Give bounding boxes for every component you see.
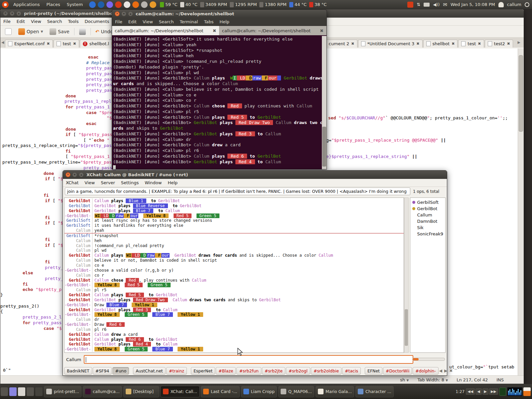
- firefox-launcher-icon[interactable]: [89, 1, 96, 8]
- terminal-tab[interactable]: callum@callum: ~/Development/shellbot✖: [112, 26, 219, 35]
- network-monitor-icon[interactable]: ⇅: [417, 2, 420, 7]
- taskbar-item[interactable]: XChat: Call...: [161, 386, 200, 397]
- user-list-item[interactable]: Sik: [411, 224, 445, 231]
- new-document-button[interactable]: [3, 27, 14, 36]
- terminal-minimize-icon[interactable]: ▾: [121, 11, 126, 16]
- channel-tab-AustChat.net[interactable]: AustChat.net: [133, 367, 166, 375]
- xchat-minimize-icon[interactable]: ▾: [72, 172, 77, 177]
- panel-menu-applications[interactable]: Applications: [10, 0, 43, 9]
- audacious-launcher-icon[interactable]: [150, 1, 156, 8]
- scrollbar-thumb[interactable]: [405, 309, 408, 346]
- channel-tab-uno[interactable]: #uno: [112, 367, 129, 375]
- gedit-menu-documents[interactable]: Documents: [82, 18, 112, 25]
- mini-player-icon[interactable]: [499, 388, 506, 396]
- tab-width-selector[interactable]: Tab Width: 8 ▼: [417, 377, 448, 382]
- media-rewind-button[interactable]: ◀: [475, 388, 481, 395]
- tab-close-icon[interactable]: ✖: [452, 42, 455, 46]
- taskbar-item[interactable]: Last Card -...: [201, 386, 240, 397]
- channel-tab-dolphin-[interactable]: #dolphin-: [413, 367, 438, 375]
- taskbar-item[interactable]: callum@ca...: [83, 386, 122, 397]
- user-list-item[interactable]: DamnBot: [411, 218, 445, 224]
- gedit-menu-view[interactable]: View: [28, 18, 44, 25]
- taskbar-item[interactable]: print-prett...: [44, 386, 81, 397]
- terminal-scrollbar[interactable]: [322, 36, 327, 169]
- video-editor-launcher-icon[interactable]: [141, 1, 148, 8]
- gedit-tab[interactable]: test2✖: [485, 40, 513, 48]
- gedit-maximize-icon[interactable]: ▴: [16, 11, 21, 16]
- clock[interactable]: Wed Jan 5, 10:08 PM: [451, 2, 495, 7]
- gedit-tab[interactable]: test✖: [458, 40, 484, 48]
- tab-close-icon[interactable]: ✖: [416, 42, 419, 46]
- pidgin-launcher-icon[interactable]: [106, 1, 113, 8]
- channel-tab-srb2oldbie[interactable]: #srb2oldbie: [311, 367, 341, 375]
- tab-close-icon[interactable]: ✖: [47, 42, 50, 46]
- tray-icon-2[interactable]: [9, 387, 17, 396]
- user-list[interactable]: GerbilSoftGerbilBotCallumDamnBotSikSonic…: [410, 198, 446, 353]
- chat-scrollbar[interactable]: [404, 198, 409, 353]
- gedit-tab[interactable]: shellbot✖: [423, 40, 458, 48]
- xchat-menu-view[interactable]: View: [81, 179, 98, 187]
- print-button[interactable]: [77, 27, 88, 36]
- arrow-tray-icon[interactable]: [35, 387, 43, 396]
- user-menu[interactable]: callum: [507, 2, 521, 7]
- gedit-tab[interactable]: *Untitled Document 3✖: [358, 40, 423, 48]
- media-prev-button[interactable]: ◀◀: [466, 388, 475, 395]
- channel-tab-DoctorWii[interactable]: #DoctorWii: [383, 367, 412, 375]
- tray-icon-1[interactable]: [1, 387, 8, 396]
- ubuntu-menu-icon[interactable]: [2, 1, 9, 8]
- gedit-minimize-icon[interactable]: ▾: [10, 11, 15, 16]
- power-icon[interactable]: [525, 2, 529, 7]
- xchat-menu-xchat[interactable]: XChat: [63, 179, 81, 187]
- xchat-menu-window[interactable]: Window: [142, 179, 165, 187]
- gedit-menu-tools[interactable]: Tools: [65, 18, 81, 25]
- tabs-scroll-left-icon[interactable]: ◀: [439, 368, 442, 373]
- xchat-menu-help[interactable]: Help: [165, 179, 181, 187]
- channel-tab-EsperNet[interactable]: EsperNet: [191, 367, 215, 375]
- xchat-menu-server[interactable]: Server: [98, 179, 118, 187]
- user-list-item[interactable]: GerbilSoft: [411, 199, 445, 205]
- gedit-tab[interactable]: test✖: [54, 40, 79, 48]
- thunderbird-launcher-icon[interactable]: [98, 1, 104, 8]
- terminal-maximize-icon[interactable]: ▴: [128, 11, 133, 16]
- keyboard-indicator-icon[interactable]: [424, 3, 430, 7]
- xchat-tray-icon[interactable]: [407, 2, 413, 8]
- xchat-launcher-icon[interactable]: [115, 1, 122, 8]
- taskbar-item[interactable]: Character ...: [355, 386, 394, 397]
- user-list-item[interactable]: SonicFreak9: [411, 231, 445, 237]
- gedit-close-icon[interactable]: ✕: [3, 11, 8, 16]
- taskbar-item[interactable]: Mario Gala...: [316, 386, 354, 397]
- media-tray-icon[interactable]: [523, 387, 531, 396]
- media-play-button[interactable]: ▶: [482, 388, 488, 395]
- channel-tab-SF94[interactable]: #SF94: [93, 367, 112, 375]
- tab-scroll-left-icon[interactable]: ◀: [1, 40, 4, 45]
- tab-close-icon[interactable]: ✖: [73, 42, 76, 46]
- magnifier-tray-icon[interactable]: [27, 387, 34, 396]
- close-tab-icon[interactable]: ✖: [449, 368, 453, 373]
- terminal-tab[interactable]: callum@callum: ~/Development/shellbot✖: [219, 26, 327, 35]
- terminal-output[interactable]: (BadnikNET) [#uno] <GerbilSoft> it uses …: [112, 36, 322, 169]
- taskbar-item[interactable]: Q_MAP06...: [278, 386, 314, 397]
- channel-tab-trainz[interactable]: #trainz: [166, 367, 187, 375]
- terminal-menu-edit[interactable]: Edit: [125, 18, 140, 26]
- gedit-vertical-scrollbar[interactable]: [518, 49, 524, 375]
- tab-scroll-right-icon[interactable]: ▶: [518, 40, 520, 45]
- user-list-item[interactable]: Callum: [411, 212, 445, 218]
- media-next-button[interactable]: ▶▶: [489, 388, 498, 395]
- xchat-menu-settings[interactable]: Settings: [118, 179, 142, 187]
- channel-tab-EFNet[interactable]: EFNet: [365, 367, 382, 375]
- channel-tab-tacis[interactable]: #tacis: [342, 367, 361, 375]
- tab-close-icon[interactable]: ✖: [507, 42, 510, 46]
- mail-icon[interactable]: ✉: [443, 2, 447, 8]
- terminal-menu-help[interactable]: Help: [216, 18, 232, 26]
- taskbar-item[interactable]: [Desktop]: [123, 386, 159, 397]
- vlc-launcher-icon[interactable]: [132, 1, 139, 8]
- panel-menu-places[interactable]: Places: [43, 0, 63, 9]
- gedit-menu-file[interactable]: File: [0, 18, 14, 25]
- channel-tab-srb2jte[interactable]: #srb2jte: [262, 367, 285, 375]
- panel-menu-system[interactable]: System: [64, 0, 86, 9]
- channel-tab-srb2ogl[interactable]: #srb2ogl: [286, 367, 310, 375]
- terminal-menu-search[interactable]: Search: [156, 18, 177, 26]
- terminal-menu-view[interactable]: View: [140, 18, 156, 26]
- xchat-maximize-icon[interactable]: ▴: [79, 172, 84, 177]
- channel-tab-BadnikNET[interactable]: BadnikNET: [64, 367, 92, 375]
